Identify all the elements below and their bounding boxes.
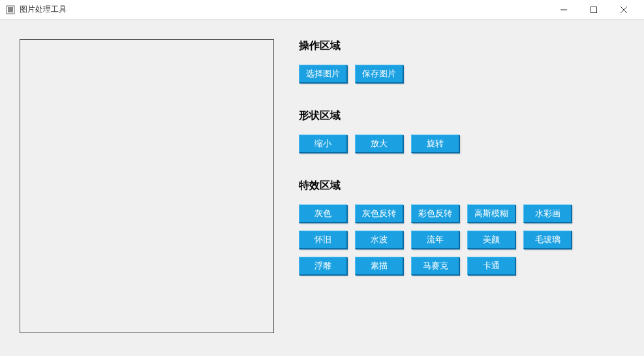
- maximize-button[interactable]: [579, 0, 609, 20]
- years-button[interactable]: 流年: [411, 231, 459, 249]
- enlarge-button[interactable]: 放大: [355, 135, 403, 153]
- vintage-button[interactable]: 怀旧: [299, 231, 347, 249]
- color-invert-button[interactable]: 彩色反转: [411, 204, 459, 223]
- operation-section: 操作区域 选择图片 保存图片: [299, 39, 624, 83]
- effects-heading: 特效区域: [299, 179, 624, 193]
- svg-rect-1: [8, 7, 13, 12]
- close-button[interactable]: [609, 0, 639, 20]
- mosaic-button[interactable]: 马赛克: [411, 257, 459, 275]
- window-title: 图片处理工具: [20, 4, 67, 15]
- image-preview-area: [20, 39, 274, 333]
- content-area: 操作区域 选择图片 保存图片 形状区域 缩小 放大 旋转 特效区域 灰色 灰色反…: [0, 20, 644, 333]
- shape-heading: 形状区域: [299, 109, 624, 123]
- sketch-button[interactable]: 素描: [355, 257, 403, 275]
- titlebar: 图片处理工具: [0, 0, 644, 20]
- rotate-button[interactable]: 旋转: [411, 135, 459, 153]
- shape-section: 形状区域 缩小 放大 旋转: [299, 109, 624, 153]
- gray-invert-button[interactable]: 灰色反转: [355, 204, 403, 223]
- emboss-button[interactable]: 浮雕: [299, 257, 347, 275]
- watercolor-button[interactable]: 水彩画: [523, 204, 572, 223]
- shrink-button[interactable]: 缩小: [299, 135, 347, 153]
- beauty-button[interactable]: 美颜: [467, 231, 515, 249]
- gray-button[interactable]: 灰色: [299, 204, 347, 223]
- controls-panel: 操作区域 选择图片 保存图片 形状区域 缩小 放大 旋转 特效区域 灰色 灰色反…: [299, 39, 624, 333]
- app-icon: [5, 5, 16, 15]
- water-wave-button[interactable]: 水波: [355, 231, 403, 249]
- svg-rect-3: [591, 7, 597, 12]
- minimize-button[interactable]: [549, 0, 579, 20]
- save-image-button[interactable]: 保存图片: [355, 65, 403, 83]
- gaussian-blur-button[interactable]: 高斯模糊: [467, 204, 515, 223]
- cartoon-button[interactable]: 卡通: [467, 257, 515, 275]
- effects-section: 特效区域 灰色 灰色反转 彩色反转 高斯模糊 水彩画 怀旧 水波 流年 美颜 毛…: [299, 179, 624, 275]
- frosted-glass-button[interactable]: 毛玻璃: [523, 231, 572, 249]
- operation-heading: 操作区域: [299, 39, 624, 53]
- select-image-button[interactable]: 选择图片: [299, 65, 347, 83]
